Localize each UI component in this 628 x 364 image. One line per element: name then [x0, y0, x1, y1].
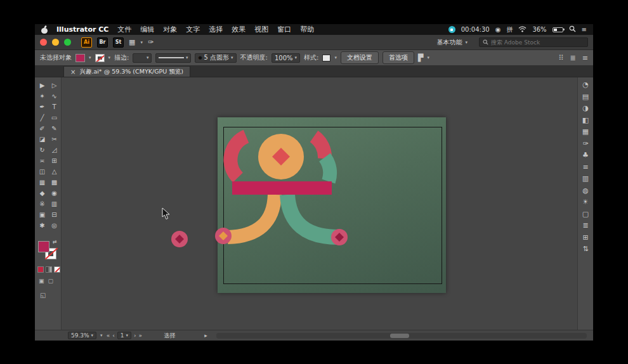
- gradient-panel-icon[interactable]: ▥: [582, 175, 589, 182]
- stock-button[interactable]: St: [113, 37, 124, 48]
- menu-help[interactable]: 帮助: [300, 25, 314, 34]
- prev-artboard-icon[interactable]: ‹: [112, 332, 115, 339]
- symbol-handle-right[interactable]: [331, 229, 348, 245]
- paintbrush-tool[interactable]: ✐: [39, 126, 44, 132]
- layers-panel-icon[interactable]: ≣: [582, 222, 588, 229]
- stroke-caret-icon[interactable]: ▾: [108, 55, 111, 60]
- selection-tool[interactable]: ▶: [40, 82, 45, 89]
- input-method-indicator[interactable]: 拼: [506, 25, 513, 34]
- canvas[interactable]: [62, 77, 577, 330]
- direct-selection-tool[interactable]: ▷: [52, 82, 57, 89]
- rotate-tool[interactable]: ↻: [39, 147, 44, 153]
- grid-dots-icon[interactable]: ⠿: [559, 54, 564, 62]
- scissors-tool[interactable]: ✂: [51, 136, 56, 143]
- stroke-profile-dropdown[interactable]: ▾: [155, 53, 191, 63]
- align-panel-icon[interactable]: ⇅: [582, 245, 588, 252]
- hand-tool[interactable]: ✱: [39, 223, 44, 229]
- libraries-panel-icon[interactable]: ◔: [582, 81, 589, 88]
- stroke-color-swatch[interactable]: [95, 54, 105, 62]
- graphic-styles-panel-icon[interactable]: ▢: [582, 211, 589, 218]
- shape-builder-tool[interactable]: ◫: [39, 169, 45, 175]
- status-circle-icon[interactable]: ◉: [495, 26, 501, 33]
- brush-dropdown[interactable]: ● 5 点圆形 ▾: [195, 53, 236, 63]
- draw-normal-icon[interactable]: ▣: [39, 278, 44, 284]
- adobe-stock-panel-icon[interactable]: ▤: [582, 93, 589, 100]
- color-panel-icon[interactable]: ◑: [582, 105, 589, 112]
- bridge-button[interactable]: Br: [97, 37, 108, 48]
- app-name[interactable]: Illustrator CC: [56, 25, 108, 34]
- menu-type[interactable]: 文字: [186, 25, 200, 34]
- stack-icon[interactable]: ≣: [570, 54, 576, 62]
- spotlight-icon[interactable]: [569, 25, 576, 34]
- blend-tool[interactable]: ◉: [51, 190, 57, 197]
- document-tab[interactable]: × 兴趣.ai* @ 59.3% (CMYK/GPU 预览): [63, 66, 190, 77]
- panel-options-caret-icon[interactable]: ▾: [427, 55, 429, 60]
- horn-left-shape[interactable]: [230, 136, 246, 178]
- arrange-documents-icon[interactable]: ▦: [129, 38, 135, 46]
- leg-left-orange-shape[interactable]: [228, 195, 275, 237]
- width-tool[interactable]: ≍: [39, 158, 44, 164]
- window-minimize-button[interactable]: [52, 39, 59, 46]
- free-transform-tool[interactable]: ⊞: [51, 158, 56, 164]
- symbol-sprayer-tool[interactable]: ※: [39, 201, 44, 207]
- arrange-documents-caret-icon[interactable]: ▾: [140, 40, 143, 45]
- artboard-tool[interactable]: ▣: [39, 212, 45, 218]
- next-artboard-icon[interactable]: ›: [134, 332, 136, 339]
- symbols-panel-icon[interactable]: ♣: [582, 152, 589, 159]
- stepper-caret-icon[interactable]: ▾: [147, 55, 149, 60]
- zoom-tool[interactable]: ◎: [51, 223, 57, 229]
- statusbar-caret-icon[interactable]: ▾: [100, 333, 103, 338]
- notification-center-icon[interactable]: ≡: [582, 26, 587, 33]
- type-tool[interactable]: T: [52, 104, 56, 110]
- menu-file[interactable]: 文件: [117, 25, 131, 34]
- menu-edit[interactable]: 编辑: [140, 25, 154, 34]
- scrollbar-thumb[interactable]: [390, 334, 409, 338]
- apple-icon[interactable]: [41, 26, 48, 34]
- artboards-panel-icon[interactable]: ⊞: [582, 234, 588, 241]
- pen-tool[interactable]: ✒: [39, 104, 44, 110]
- fill-indicator[interactable]: [38, 241, 49, 252]
- eyedropper-tool[interactable]: ◆: [40, 190, 45, 197]
- style-swatch[interactable]: [322, 55, 330, 62]
- menu-select[interactable]: 选择: [209, 25, 223, 34]
- last-artboard-icon[interactable]: »: [139, 332, 143, 339]
- screen-mode-icon[interactable]: ◱: [40, 292, 46, 299]
- slice-tool[interactable]: ⊟: [51, 212, 56, 218]
- artboard-number-dropdown[interactable]: 1 ▾: [117, 332, 131, 339]
- screen-recording-icon[interactable]: [448, 26, 455, 33]
- brushes-panel-icon[interactable]: ✑: [582, 140, 588, 147]
- gpu-performance-icon[interactable]: ✑: [148, 38, 154, 46]
- fill-color-swatch[interactable]: [75, 54, 85, 62]
- pencil-tool[interactable]: ✎: [51, 126, 56, 132]
- document-setup-button[interactable]: 文档设置: [341, 51, 379, 64]
- none-button[interactable]: [54, 266, 60, 273]
- gradient-tool[interactable]: ▩: [51, 179, 57, 186]
- menu-window[interactable]: 窗口: [277, 25, 291, 34]
- panel-options-icon[interactable]: ▛: [418, 54, 423, 62]
- lasso-tool[interactable]: ∿: [51, 93, 56, 100]
- zoom-level-dropdown[interactable]: 59.3% ▾: [68, 332, 96, 339]
- swatches-panel-icon[interactable]: ▦: [582, 128, 589, 135]
- stroke-panel-icon[interactable]: ≡: [582, 164, 588, 171]
- transparency-panel-icon[interactable]: ◍: [582, 187, 589, 194]
- leg-right-teal-shape[interactable]: [287, 195, 338, 237]
- window-zoom-button[interactable]: [64, 39, 71, 46]
- search-input[interactable]: [491, 39, 584, 46]
- control-menu-icon[interactable]: ≡: [582, 54, 588, 62]
- menu-object[interactable]: 对象: [163, 25, 177, 34]
- color-button[interactable]: [37, 266, 44, 273]
- gradient-button[interactable]: [46, 266, 52, 273]
- symbol-handle-middle[interactable]: [215, 228, 232, 244]
- column-graph-tool[interactable]: ▥: [51, 201, 57, 207]
- fill-caret-icon[interactable]: ▾: [89, 55, 91, 60]
- bar-shape[interactable]: [232, 181, 332, 195]
- mesh-tool[interactable]: ▦: [39, 179, 45, 186]
- draw-behind-icon[interactable]: ▢: [48, 278, 54, 284]
- scale-tool[interactable]: ◿: [52, 147, 57, 153]
- menu-effect[interactable]: 效果: [232, 25, 245, 34]
- color-guide-panel-icon[interactable]: ◧: [582, 117, 589, 124]
- swap-fill-stroke-icon[interactable]: ⇄: [53, 239, 57, 245]
- perspective-grid-tool[interactable]: △: [52, 169, 57, 175]
- rectangle-tool[interactable]: ▭: [51, 115, 57, 121]
- stroke-weight-stepper[interactable]: ▾: [133, 53, 152, 63]
